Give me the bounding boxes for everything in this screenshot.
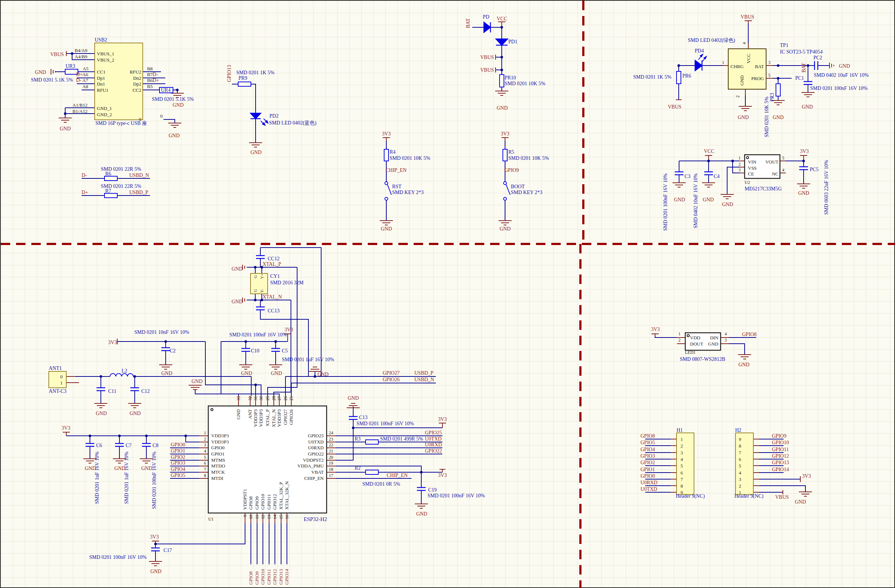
pin-name[interactable]: VDDPST1 [242, 489, 247, 510]
net-label[interactable]: D+ [153, 77, 159, 83]
pin-number[interactable]: 4 [681, 456, 683, 462]
pin-number[interactable]: 29 [265, 396, 270, 400]
gnd-label[interactable]: GND [802, 104, 813, 109]
net-label[interactable]: GPIO10 [260, 569, 265, 585]
net-label[interactable]: GPIO1 [171, 448, 185, 454]
net-label[interactable]: GPIO22 [425, 448, 442, 454]
pin-name[interactable]: 0 [139, 117, 142, 122]
pin-name[interactable]: VIN [748, 159, 757, 165]
pin-number[interactable]: A4/B9 [74, 54, 87, 59]
designator[interactable]: C11 [108, 388, 117, 394]
pin-name[interactable]: VBAT [311, 469, 324, 475]
net-label[interactable]: D- [82, 173, 87, 178]
designator[interactable]: CC12 [268, 256, 280, 261]
pin-number[interactable]: 5 [782, 156, 784, 161]
net-label[interactable]: CHIP_EN [387, 473, 408, 478]
net-label[interactable]: GPIO0 [171, 442, 185, 447]
net-label[interactable]: GPIO8 [742, 332, 757, 337]
pin-number[interactable]: 6 [204, 461, 206, 466]
designator[interactable]: CC13 [268, 308, 280, 314]
pin-name[interactable]: GPIO27 [282, 409, 288, 425]
net-label[interactable]: GPIO8 [248, 571, 253, 585]
pin-name[interactable]: VDDA_PMU [297, 463, 324, 468]
gnd-label[interactable]: GND [130, 411, 141, 416]
pin-name[interactable]: GND [235, 409, 241, 420]
designator[interactable]: PR3 [769, 93, 775, 102]
pin-number[interactable]: 8 [204, 473, 206, 478]
pin-name[interactable]: NC [772, 171, 778, 177]
gnd-label[interactable]: GND [161, 371, 172, 376]
pin-name[interactable]: GPIO1 [211, 451, 225, 456]
net-label[interactable]: VBUS [50, 52, 64, 57]
pin-name[interactable]: XTAL_N [271, 409, 276, 427]
net-label[interactable]: D- [153, 72, 158, 77]
pin-name[interactable]: XTAL_32K_P [278, 482, 284, 510]
net-label[interactable]: USBD_N [129, 173, 149, 178]
pin-number[interactable]: 11 [255, 515, 259, 519]
net-label[interactable]: GPIO13 [226, 65, 232, 82]
designator[interactable]: C4 [714, 174, 719, 179]
designator[interactable]: C13 [359, 415, 367, 420]
power-label[interactable]: 3V3 [150, 534, 159, 540]
part-value[interactable]: Header 9(NC) [676, 493, 705, 499]
part-value[interactable]: ANT-C3 [49, 388, 67, 394]
part-value[interactable]: SMD 0402 10uF 16V 10% [814, 73, 869, 78]
pin-name[interactable]: Y- [259, 289, 264, 293]
net-label[interactable]: GPIO13 [772, 460, 789, 465]
designator[interactable]: BOOT [511, 184, 525, 189]
pin-number[interactable]: 13 [267, 515, 272, 519]
pin-number[interactable]: 7 [739, 450, 741, 455]
pin-number[interactable]: 2 [204, 436, 206, 442]
net-label[interactable]: GPIO9 [772, 433, 786, 439]
pin-name[interactable]: U0TXD [308, 439, 324, 444]
gnd-label[interactable]: GND [150, 569, 161, 574]
pin-number[interactable]: 32 [247, 396, 253, 400]
part-value[interactable]: SMD 0603 22uF 16V 10% [824, 160, 829, 215]
designator[interactable]: L2 [121, 368, 127, 374]
wires[interactable] [55, 23, 830, 564]
designator[interactable]: C2 [170, 348, 176, 353]
net-label[interactable]: GPIO10 [772, 440, 789, 445]
designator[interactable]: R4 [390, 149, 396, 155]
part-value[interactable]: SMD 2016 32M [270, 280, 304, 285]
part-value[interactable]: SMD 0201 1uF 16V 10% [282, 357, 334, 362]
pin-number[interactable]: 25 [289, 396, 294, 400]
gnd-label[interactable]: GND [60, 126, 71, 132]
pin-name[interactable]: G [253, 275, 258, 278]
pin-name[interactable]: 0 [61, 374, 63, 379]
net-label[interactable]: GPIO26 [383, 377, 400, 382]
pin-name[interactable]: MTCK [211, 469, 225, 475]
net-label[interactable]: GPIO8 [640, 433, 655, 439]
pin-number[interactable]: 3 [739, 167, 740, 173]
pin-number[interactable]: B7 [147, 72, 153, 77]
pin-name[interactable]: GPIO9 [254, 496, 259, 510]
gnd-label[interactable]: GND [795, 499, 806, 505]
net-label[interactable]: U0RXD [425, 442, 442, 447]
pin-number[interactable]: 2 [735, 95, 740, 98]
part-value[interactable]: SMD 0402 10uF 16V 10% [693, 173, 698, 228]
pin-number[interactable]: B8 [147, 66, 153, 71]
net-label[interactable]: VBUS [740, 14, 754, 20]
power-label[interactable]: 3V3 [284, 327, 293, 332]
net-label[interactable]: GPIO12 [772, 453, 789, 459]
pin-name[interactable]: GPIO11 [266, 494, 272, 510]
gnd-label[interactable]: GND [773, 115, 784, 120]
pin-name[interactable]: VBUS_2 [97, 57, 114, 63]
pin-number[interactable]: 1 [678, 331, 681, 336]
net-label[interactable]: GPIO11 [266, 569, 272, 585]
net-label[interactable]: VBUS [480, 55, 494, 60]
gnd-label[interactable]: GND [85, 466, 96, 471]
net-label[interactable]: GPIO13 [278, 569, 284, 585]
pin-name[interactable]: Dn1 [97, 81, 105, 86]
net-label[interactable]: USBD_P [414, 370, 433, 376]
pin-number[interactable]: A6 [82, 72, 88, 77]
pin-number[interactable]: 2 [678, 338, 681, 342]
pin-number[interactable]: 4 [204, 449, 206, 454]
power-label[interactable]: 3V3 [501, 131, 510, 136]
pin-name[interactable]: XTAL_P [265, 409, 270, 426]
gnd-label[interactable]: GND [703, 197, 714, 202]
net-label[interactable]: VBUS [668, 104, 681, 109]
net-label[interactable]: BAT [465, 18, 471, 28]
pin-number[interactable]: 7 [204, 467, 206, 472]
net-label[interactable]: GPIO0 [640, 473, 655, 479]
